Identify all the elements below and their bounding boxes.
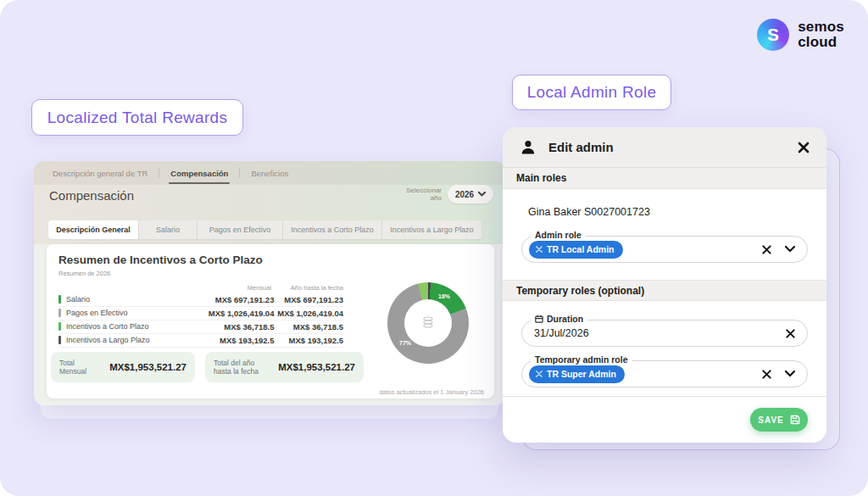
total-monthly-value: MX$1,953,521.27 xyxy=(109,362,186,372)
donut-chart: 18% 77% xyxy=(387,282,469,364)
tab-separator xyxy=(159,168,159,178)
table-row: Incentivos a Largo Plazo MX$ 193,192.5 M… xyxy=(58,334,343,348)
row-color-bar xyxy=(58,295,61,304)
summary-subtitle: Resumen de 2026 xyxy=(58,270,110,277)
year-value: 2026 xyxy=(455,190,474,199)
column-header-monthly: Mensual xyxy=(186,284,271,292)
table-row: Salario MX$ 697,191.23 MX$ 697,191.23 xyxy=(58,293,343,307)
temporary-admin-role-field-icons xyxy=(762,370,795,379)
dashboard-top-tabs: Descripción general de TR Compensación B… xyxy=(34,161,505,185)
modal-title: Edit admin xyxy=(548,140,786,154)
temporary-admin-role-field-label: Temporary admin role xyxy=(531,354,632,365)
admin-role-field-label: Admin role xyxy=(531,230,586,240)
semos-swirl-icon: S xyxy=(757,19,789,51)
admin-role-label-text: Admin role xyxy=(535,230,581,240)
duration-value: 31/Jul/2026 xyxy=(534,327,589,339)
page-title: Compensación xyxy=(49,188,134,203)
admin-user-name: Gina Baker S0027001723 xyxy=(528,206,650,218)
row-color-bar xyxy=(58,309,61,317)
chip-remove-icon[interactable] xyxy=(536,246,542,253)
duration-group: Duration 31/Jul/2026 xyxy=(521,320,808,347)
year-selector: Seleccionar año 2026 xyxy=(398,185,493,203)
temporary-roles-section-header: Temporary roles (optional) xyxy=(503,280,826,301)
table-row: Pagos en Efectivo MX$ 1,026,419.04 MX$ 1… xyxy=(58,307,343,320)
chevron-down-icon[interactable] xyxy=(785,371,795,377)
tab-compensacion[interactable]: Compensación xyxy=(167,169,231,178)
admin-role-select[interactable]: Admin role TR Local Admin xyxy=(521,236,808,263)
main-roles-section-header: Main roles xyxy=(503,168,826,189)
row-monthly-value: MX$ 36,718.5 xyxy=(180,322,274,332)
row-label: Incentivos a Corto Plazo xyxy=(66,322,180,331)
tab-separator xyxy=(239,168,240,178)
row-color-bar xyxy=(58,322,61,331)
compensation-sub-tabs: Descripción General Salario Pagos en Efe… xyxy=(48,220,481,239)
duration-field-label: Duration xyxy=(531,314,587,324)
admin-role-chip: TR Local Admin xyxy=(529,241,623,259)
data-updated-caption: datos actualizados el 1 January 2026 xyxy=(379,388,484,396)
donut-segment-label-green: 18% xyxy=(438,293,450,299)
donut-hole xyxy=(404,299,452,347)
admin-role-group: Admin role TR Local Admin xyxy=(521,236,808,263)
subtab-incentivos-largo-plazo[interactable]: Incentivos a Largo Plazo xyxy=(381,220,481,239)
edit-admin-modal: Edit admin Main roles Gina Baker S002700… xyxy=(503,127,826,443)
admin-role-chip-label: TR Local Admin xyxy=(547,244,615,254)
callout-local-admin-role: Local Admin Role xyxy=(512,75,671,110)
person-icon xyxy=(520,139,537,156)
temporary-admin-role-group: Temporary admin role TR Super Admin xyxy=(521,360,808,387)
clear-icon[interactable] xyxy=(762,245,771,254)
semos-cloud-logo: S semos cloud xyxy=(757,19,844,51)
subtab-incentivos-corto-plazo[interactable]: Incentivos a Corto Plazo xyxy=(282,220,381,239)
row-monthly-value: MX$ 193,192.5 xyxy=(180,336,274,345)
logo-mark-letter: S xyxy=(767,25,779,45)
chip-remove-icon[interactable] xyxy=(536,371,542,377)
logo-line1: semos xyxy=(798,20,844,35)
incentives-summary-card: Resumen de Incentivos a Corto Plazo Resu… xyxy=(47,244,494,398)
donut-segment-label-gray: 77% xyxy=(399,340,411,346)
total-monthly-label: Total Mensual xyxy=(59,359,103,376)
clear-icon[interactable] xyxy=(762,370,771,379)
subtab-salario[interactable]: Salario xyxy=(138,220,197,239)
footer-divider xyxy=(503,396,826,397)
save-floppy-icon xyxy=(790,415,800,425)
row-label: Salario xyxy=(66,295,180,304)
calendar-icon xyxy=(535,315,543,323)
callout-left-label: Localized Total Rewards xyxy=(47,109,228,127)
year-dropdown[interactable]: 2026 xyxy=(448,185,493,203)
row-monthly-value: MX$ 1,026,419.04 xyxy=(180,309,274,318)
row-label: Pagos en Efectivo xyxy=(66,309,180,317)
row-label: Incentivos a Largo Plazo xyxy=(66,336,180,344)
temporary-admin-role-select[interactable]: Temporary admin role TR Super Admin xyxy=(521,360,808,387)
subtab-descripcion-general[interactable]: Descripción General xyxy=(48,220,138,239)
chevron-down-icon xyxy=(478,192,486,197)
duration-label-text: Duration xyxy=(547,314,583,324)
page-canvas: S semos cloud Localized Total Rewards Lo… xyxy=(0,0,868,496)
temporary-roles-label: Temporary roles (optional) xyxy=(516,285,644,297)
row-ytd-value: MX$ 1,026,419.04 xyxy=(274,309,343,318)
tab-descripcion-general-de-tr[interactable]: Descripción general de TR xyxy=(49,169,151,178)
close-icon[interactable] xyxy=(798,142,810,153)
total-ytd-box: Total del año hasta la fecha MX$1,953,52… xyxy=(205,352,364,382)
duration-input[interactable]: Duration 31/Jul/2026 xyxy=(521,320,808,347)
total-rewards-dashboard: Descripción general de TR Compensación B… xyxy=(34,161,505,405)
main-roles-label: Main roles xyxy=(516,172,566,184)
save-button[interactable]: SAVE xyxy=(750,408,808,432)
logo-text: semos cloud xyxy=(798,20,844,50)
modal-header: Edit admin xyxy=(503,127,826,168)
subtab-pagos-en-efectivo[interactable]: Pagos en Efectivo xyxy=(197,220,282,239)
row-ytd-value: MX$ 697,191.23 xyxy=(274,295,343,304)
save-button-label: SAVE xyxy=(758,415,784,425)
temporary-admin-role-chip: TR Super Admin xyxy=(529,365,625,383)
admin-role-field-icons xyxy=(762,245,795,254)
clear-icon[interactable] xyxy=(786,329,795,338)
column-header-ytd: Año hasta la fecha xyxy=(275,284,343,292)
callout-localized-total-rewards: Localized Total Rewards xyxy=(31,99,243,136)
total-monthly-box: Total Mensual MX$1,953,521.27 xyxy=(51,352,195,382)
tab-beneficios[interactable]: Beneficios xyxy=(248,169,292,178)
duration-field-icons xyxy=(786,329,795,338)
table-row: Incentivos a Corto Plazo MX$ 36,718.5 MX… xyxy=(58,320,343,334)
total-ytd-label: Total del año hasta la fecha xyxy=(214,359,268,376)
chevron-down-icon[interactable] xyxy=(785,246,795,253)
total-ytd-value: MX$1,953,521.27 xyxy=(275,362,355,372)
row-color-bar xyxy=(58,336,61,344)
row-ytd-value: MX$ 36,718.5 xyxy=(274,322,343,332)
